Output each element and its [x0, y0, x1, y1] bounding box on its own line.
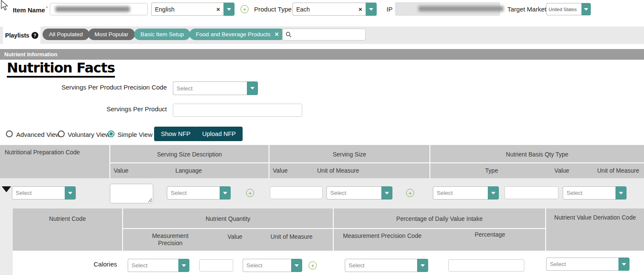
calories-measurement-precision-select[interactable]: Select — [128, 259, 189, 272]
select-field: Select — [563, 186, 615, 200]
dropdown-button[interactable] — [618, 258, 630, 271]
divider — [122, 208, 123, 251]
dropdown-button[interactable] — [381, 186, 392, 200]
select-field: Select — [433, 186, 488, 200]
dropdown-button[interactable] — [417, 259, 428, 272]
redacted-item-name — [55, 6, 130, 12]
select-field: Select — [167, 186, 220, 200]
calories-measurement-precision-code-select[interactable]: Select — [345, 259, 428, 272]
nutritional-preparation-code-select[interactable]: Select — [12, 186, 76, 200]
target-market-select[interactable]: United States — [546, 3, 591, 15]
radio-voluntary-view[interactable] — [58, 130, 65, 137]
dropdown-button[interactable] — [291, 259, 302, 272]
calories-percentage-field[interactable] — [449, 260, 524, 271]
select-placeholder: Select — [171, 190, 187, 196]
plus-icon: + — [243, 6, 246, 12]
nutrient-basis-qty-value-field[interactable] — [505, 187, 558, 199]
clear-icon[interactable]: × — [216, 6, 220, 12]
dropdown-button[interactable] — [220, 186, 231, 200]
calories-unit-of-measure-select[interactable]: Select — [243, 259, 302, 272]
chevron-down-icon — [369, 8, 373, 11]
calories-percentage-input[interactable] — [448, 259, 524, 272]
radio-advanced-view[interactable] — [6, 130, 13, 137]
add-serving-size-button[interactable]: + — [406, 189, 414, 197]
nutrient-basis-qty-unit-of-measure-select[interactable]: Select — [563, 186, 627, 200]
dropdown-button[interactable] — [247, 81, 258, 95]
pill-label: Food and Beverage Products — [196, 31, 271, 38]
dropdown-button[interactable] — [223, 3, 235, 16]
playlist-pill-food-and-beverage[interactable]: Food and Beverage Products ✕ — [189, 29, 286, 40]
add-language-button[interactable]: + — [240, 5, 249, 13]
add-serving-size-description-button[interactable]: + — [246, 189, 254, 197]
select-field: Select — [345, 259, 417, 272]
nutrient-basis-qty-value-input[interactable] — [504, 186, 558, 199]
radio-simple-view[interactable] — [108, 130, 114, 137]
playlist-search-input[interactable] — [294, 32, 365, 38]
close-icon[interactable]: ✕ — [275, 31, 279, 38]
radio-simple-view-label: Simple View — [117, 131, 152, 138]
dropdown-button[interactable] — [178, 259, 189, 272]
select-placeholder: Select — [132, 262, 148, 269]
item-name-input[interactable] — [50, 3, 148, 15]
chevron-down-icon — [619, 192, 623, 194]
servings-per-product-input[interactable] — [173, 104, 302, 117]
header-ssd-value: Value — [114, 167, 129, 174]
chevron-down-icon — [223, 192, 227, 194]
servings-per-product-input-field[interactable] — [173, 104, 302, 116]
nutrition-facts-heading: Nutrition Facts — [7, 61, 115, 78]
serving-size-description-textarea[interactable] — [110, 184, 153, 203]
row-expander-icon[interactable] — [2, 186, 11, 192]
dropdown-button[interactable] — [615, 186, 627, 200]
serving-size-value-field[interactable] — [270, 187, 322, 199]
chevron-down-icon — [421, 264, 425, 267]
select-field: Select — [128, 259, 178, 272]
playlist-search[interactable] — [282, 29, 366, 41]
header-nutrient-code: Nutrient Code — [13, 215, 122, 222]
playlist-pill-all-populated[interactable]: All Populated — [43, 29, 89, 40]
servings-precision-code-select[interactable]: Select — [173, 81, 258, 95]
chevron-down-icon — [227, 8, 231, 11]
chevron-down-icon — [68, 192, 72, 194]
resize-grip-icon[interactable] — [148, 198, 152, 202]
help-icon[interactable]: ? — [31, 32, 38, 39]
upload-nfp-button[interactable]: Upload NFP — [195, 127, 243, 141]
chevron-down-icon — [491, 192, 495, 194]
pill-label: Most Popular — [94, 31, 129, 38]
show-nfp-button[interactable]: Show NFP — [154, 127, 197, 141]
serving-size-unit-of-measure-select[interactable]: Select — [326, 186, 392, 200]
select-placeholder: Select — [177, 85, 193, 92]
header-percentage-of-daily-value-intake: Percentage of Daily Value Intake — [334, 215, 545, 222]
playlists-label: Playlists — [5, 32, 29, 39]
select-placeholder: Select — [330, 190, 346, 196]
nutrient-basis-qty-type-select[interactable]: Select — [433, 186, 499, 200]
dropdown-button[interactable] — [581, 3, 591, 15]
add-nutrient-quantity-button[interactable]: + — [309, 261, 317, 269]
playlists-tab[interactable]: Playlists ? — [3, 26, 40, 44]
calories-value-input[interactable] — [199, 259, 233, 272]
section-header: Nutrient Information — [0, 49, 644, 60]
calories-nutrient-value-derivation-code-select[interactable]: Select — [546, 258, 630, 271]
dropdown-button[interactable] — [488, 186, 499, 200]
playlist-pill-most-popular[interactable]: Most Popular — [88, 29, 135, 40]
required-marker: * — [46, 6, 48, 11]
serving-size-description-language-select[interactable]: Select — [167, 186, 231, 200]
header-nbqt-type: Type — [470, 167, 513, 174]
header-nutrient-basis-qty-type: Nutrient Basis Qty Type — [430, 151, 644, 158]
product-type-select-field: Each × — [292, 3, 366, 16]
chevron-down-icon — [250, 87, 255, 90]
dropdown-button[interactable] — [366, 3, 377, 16]
select-placeholder: Select — [437, 190, 453, 196]
serving-size-value-input[interactable] — [270, 186, 323, 199]
calories-value-field[interactable] — [200, 260, 233, 271]
header-serving-size-description: Serving Size Description — [110, 151, 269, 158]
chevron-down-icon — [385, 192, 389, 194]
language-select[interactable]: English × — [151, 3, 235, 16]
playlist-pill-basic-item-setup[interactable]: Basic Item Setup — [134, 29, 190, 40]
chevron-down-icon — [622, 263, 626, 266]
chevron-down-icon — [295, 264, 299, 267]
select-field: Select — [326, 186, 381, 200]
dropdown-button[interactable] — [65, 186, 76, 200]
product-type-select[interactable]: Each × — [292, 3, 377, 16]
clear-icon[interactable]: × — [358, 6, 362, 12]
pill-label: Basic Item Setup — [140, 31, 184, 38]
